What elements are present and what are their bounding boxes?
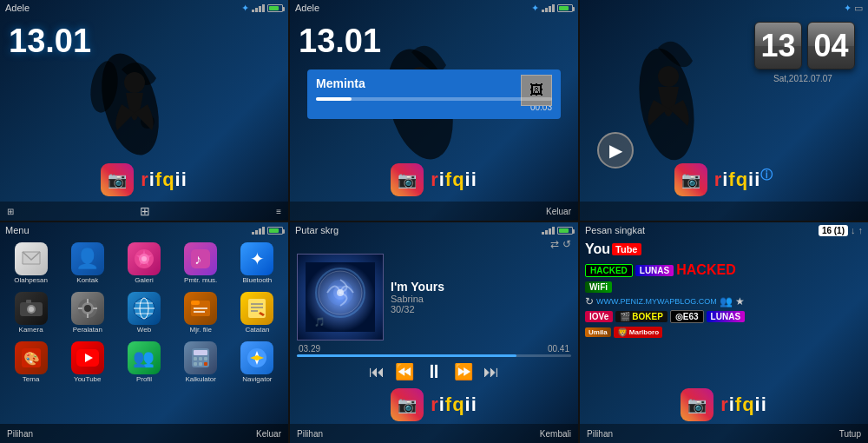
sticker-wifi: WiFi <box>585 281 612 293</box>
svg-point-19 <box>84 305 91 312</box>
app-tools[interactable]: Peralatan <box>60 289 115 337</box>
battery-icon-5 <box>557 227 573 235</box>
sticker-lunas-2: LUNAS <box>707 311 745 322</box>
softkey-right-4[interactable]: Keluar <box>256 429 281 439</box>
softkey-bar-6: Pilihan Tutup <box>580 424 868 443</box>
softkey-left-6[interactable]: Pilihan <box>587 429 613 439</box>
status-bar-2: Adele ✦ <box>290 0 578 16</box>
forward-button[interactable]: ⏩ <box>454 362 473 381</box>
softkey-right-2[interactable]: Keluar <box>546 207 571 216</box>
app-messages[interactable]: Olahpesan <box>3 240 58 288</box>
app-bluetooth[interactable]: ✦ Bluetooth <box>230 240 285 288</box>
softkey-right-5[interactable]: Kembali <box>540 429 571 439</box>
sticker-url[interactable]: WWW.PENIZ.MYWAPBLOG.COM <box>596 297 717 306</box>
svg-point-15 <box>29 307 34 312</box>
prev-button[interactable]: ⏮ <box>369 363 385 381</box>
app-music[interactable]: ♪ Pmtr. mus. <box>174 240 228 288</box>
svg-rect-30 <box>191 301 200 305</box>
softkey-right-1[interactable]: ≡ <box>276 207 281 216</box>
msg-title-6: Pesan singkat <box>585 225 645 235</box>
app-notes[interactable]: Catatan <box>230 289 285 337</box>
app-filemanager[interactable]: Mjr. file <box>174 289 228 337</box>
app-youtube[interactable]: YouTube <box>60 339 115 387</box>
app-label-messages: Olahpesan <box>14 277 48 285</box>
next-button[interactable]: ⏭ <box>483 363 499 381</box>
sticker-row-3: ↻ WWW.PENIZ.MYWAPBLOG.COM 👥 ★ <box>580 294 868 308</box>
app-calculator[interactable]: Kalkulator <box>174 339 228 387</box>
instagram-icon-6[interactable]: 📷 <box>681 388 713 421</box>
softkey-left-4[interactable]: Pilihan <box>7 429 33 439</box>
app-theme[interactable]: 🎨 Tema <box>3 339 58 387</box>
album-art-small: 🖼 <box>521 75 552 106</box>
status-bar-6: Pesan singkat 16 (1) ↓ ↑ <box>580 222 868 238</box>
app-gallery[interactable]: Galeri <box>116 240 171 288</box>
yt-text: You <box>585 241 610 257</box>
svg-rect-44 <box>199 357 202 360</box>
svg-text:🎨: 🎨 <box>23 351 40 367</box>
app-icon-calc <box>184 341 217 374</box>
bottom-icons-5: 📷 rifqii <box>290 388 578 421</box>
softkey-center-1[interactable]: ⊞ <box>140 204 150 218</box>
app-navigator[interactable]: Navigator <box>230 339 285 387</box>
app-icon-file <box>184 292 217 325</box>
signal-icon-4 <box>252 227 265 235</box>
softkey-bar-2: Keluar <box>290 202 578 221</box>
cell-messages: Pesan singkat 16 (1) ↓ ↑ You Tube HACKED… <box>580 222 868 443</box>
signal-icon-2 <box>542 4 555 12</box>
softkey-right-6[interactable]: Tutup <box>839 429 861 439</box>
sort-desc-icon[interactable]: ↑ <box>858 225 864 235</box>
svg-rect-23 <box>93 307 97 309</box>
softkey-bar-4: Pilihan Keluar <box>0 424 288 443</box>
status-bar-4: Menu <box>0 222 288 238</box>
app-icon-music: ♪ <box>184 242 217 275</box>
status-bar-1: Adele ✦ <box>0 0 288 16</box>
svg-point-2 <box>141 115 155 129</box>
instagram-icon-5[interactable]: 📷 <box>391 388 424 421</box>
music-popup: Meminta 🖼 00.03 <box>307 69 561 119</box>
softkey-left-1[interactable]: ⊞ <box>7 207 14 216</box>
youtube-logo-row: You Tube <box>580 238 868 261</box>
softkey-bar-1: ⊞ ⊞ ≡ <box>0 202 288 221</box>
app-icon-messages <box>15 242 48 275</box>
date-display: Sat,2012.07.07 <box>751 74 855 83</box>
cell-home: Adele ✦ 13.01 📷 rifqii <box>0 0 288 221</box>
app-icon-profile: 👥 <box>128 341 161 374</box>
app-label-tools: Peralatan <box>73 327 102 334</box>
watermark-2: rifqii <box>431 169 477 191</box>
youtube-logo[interactable]: You Tube <box>585 241 641 257</box>
cell-menu: Menu Olahpesan <box>0 222 288 443</box>
artist-name: Sabrina <box>391 294 571 304</box>
msg-count-badge: 16 (1) <box>819 225 848 236</box>
signal-icon-5 <box>542 227 555 235</box>
softkey-left-5[interactable]: Pilihan <box>297 429 323 439</box>
popup-time: 00.03 <box>316 102 552 112</box>
flip-minute: 04 <box>807 22 855 69</box>
svg-rect-46 <box>194 362 197 366</box>
app-profile[interactable]: 👥 Profil <box>116 339 171 387</box>
player-area: 🎵 I'm Yours Sabrina 30/32 <box>290 250 578 344</box>
time-display-1: 13.01 <box>0 16 288 63</box>
popup-progress-bar <box>316 97 552 101</box>
app-camera[interactable]: Kamera <box>3 289 58 337</box>
shuffle-icon[interactable]: ⇄ <box>550 238 559 250</box>
popup-song-title: Meminta <box>316 76 365 90</box>
battery-icon-2 <box>557 4 573 12</box>
app-label-notes: Catatan <box>245 327 269 334</box>
play-pause-button[interactable]: ⏸ <box>424 360 444 383</box>
time-total: 00.41 <box>548 344 569 354</box>
svg-rect-20 <box>87 299 89 303</box>
instagram-icon-3[interactable]: 📷 <box>674 163 707 196</box>
repeat-icon[interactable]: ↺ <box>562 238 571 250</box>
rewind-button[interactable]: ⏪ <box>395 362 414 381</box>
app-web[interactable]: Web <box>116 289 171 337</box>
watermark-5: rifqii <box>431 393 477 416</box>
instagram-icon-1[interactable]: 📷 <box>101 163 134 196</box>
bottom-icons-2: 📷 rifqii <box>290 163 578 196</box>
sort-asc-icon[interactable]: ↓ <box>851 225 856 235</box>
instagram-icon-2[interactable]: 📷 <box>391 163 424 196</box>
sticker-e63: ◎E63 <box>670 310 704 323</box>
popup-progress-fill <box>316 97 352 101</box>
status-bar-5: Putar skrg <box>290 222 578 238</box>
app-contacts[interactable]: 👤 Kontak <box>60 240 115 288</box>
app-icon-bluetooth: ✦ <box>240 242 273 275</box>
